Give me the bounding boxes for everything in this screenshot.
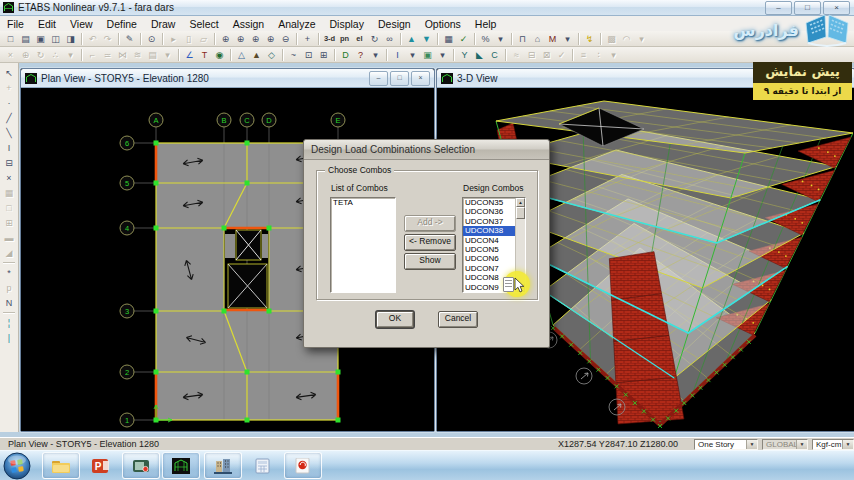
show-output-icon[interactable]: ⊡ [302, 48, 316, 62]
toolbar-icon[interactable] [214, 33, 215, 45]
view-elevation-icon[interactable]: el [353, 32, 367, 46]
color-swatch-icon[interactable]: ▣ [421, 48, 435, 62]
help-whatsthis-icon[interactable]: ? [354, 48, 368, 62]
toolbar-icon[interactable] [81, 49, 82, 61]
quick-draw-beam-icon[interactable]: ⊟ [2, 155, 16, 170]
toolbar-icon[interactable] [178, 49, 179, 61]
frame-step-icon[interactable]: ▯ [182, 32, 196, 46]
list-of-combos-listbox[interactable]: TETA [330, 197, 396, 293]
reshape-object-icon[interactable]: + [2, 80, 16, 95]
draw-joint-icon[interactable]: · [2, 95, 16, 110]
show-axes-icon[interactable]: ◠ [620, 32, 634, 46]
draw-area-icon[interactable]: ▦ [2, 185, 16, 200]
taskbar-explorer-button[interactable] [42, 452, 80, 479]
assign-joint-icon[interactable]: ∠ [183, 48, 197, 62]
mirror-icon[interactable]: ⋈ [116, 48, 130, 62]
minimize-icon[interactable]: – [369, 71, 388, 86]
dropdown-arrow-icon[interactable]: ▾ [64, 48, 78, 62]
ok-button[interactable]: OK [376, 311, 414, 328]
draw-tool-icon[interactable] [3, 312, 15, 313]
wave-icon[interactable]: ≈ [510, 48, 524, 62]
toolbar-icon[interactable] [453, 49, 454, 61]
taskbar-powerpoint-button[interactable]: P [82, 452, 120, 479]
previous-zoom-icon[interactable]: ⊕ [249, 32, 263, 46]
moment-diagram-icon[interactable]: M [546, 32, 560, 46]
toolbar-icon[interactable] [505, 49, 506, 61]
design-menu-icon[interactable]: D [339, 48, 353, 62]
extrude-icon[interactable]: ≋ [131, 48, 145, 62]
story-level-icon[interactable]: | [2, 330, 16, 345]
wall-shape-icon[interactable]: ⌂ [531, 32, 545, 46]
show-grid-icon[interactable]: ▩ [605, 32, 619, 46]
toolbar-icon[interactable] [572, 49, 573, 61]
taskbar-calculator-button[interactable] [244, 452, 282, 479]
concrete-design-icon[interactable]: C [488, 48, 502, 62]
more-icon[interactable]: ∶ [592, 48, 606, 62]
menu-design[interactable]: Design [371, 18, 418, 30]
restore-full-view-icon[interactable]: ⊕ [234, 32, 248, 46]
taskbar-etabs-button[interactable] [162, 452, 200, 479]
toolbar-icon[interactable] [600, 33, 601, 45]
undo-icon[interactable]: ↶ [86, 32, 100, 46]
view-plan-icon[interactable]: pn [338, 32, 352, 46]
move-down-story-icon[interactable]: ▼ [420, 32, 434, 46]
scrollbar-thumb[interactable] [516, 207, 525, 219]
menu-edit[interactable]: Edit [31, 18, 63, 30]
chevron-down-icon[interactable]: ▼ [842, 440, 853, 449]
dropdown-arrow-icon[interactable]: ▾ [369, 48, 383, 62]
check-icon[interactable]: ✓ [555, 48, 569, 62]
rubber-band-zoom-icon[interactable]: ⊕ [219, 32, 233, 46]
draw-brace-icon[interactable]: × [2, 170, 16, 185]
move-up-story-icon[interactable]: ▲ [405, 32, 419, 46]
quick-draw-line-icon[interactable]: ╲ [2, 125, 16, 140]
toolbar-icon[interactable] [318, 33, 319, 45]
steel-section-icon[interactable]: I [391, 48, 405, 62]
combo-item[interactable]: TETA [331, 198, 395, 207]
pointer-select-icon[interactable]: ↖ [2, 65, 16, 80]
assign-frame-icon[interactable]: T [198, 48, 212, 62]
menu-define[interactable]: Define [100, 18, 144, 30]
record-icon[interactable]: ▱ [197, 32, 211, 46]
design-combo-item[interactable]: UDCON36 [463, 207, 516, 216]
copy-icon[interactable]: ⊕ [19, 48, 33, 62]
menu-assign[interactable]: Assign [226, 18, 272, 30]
snap-edges-icon[interactable]: N [2, 295, 16, 310]
show-deformed-icon[interactable]: ~ [287, 48, 301, 62]
assign-shell-icon[interactable]: ◉ [213, 48, 227, 62]
draw-rect-area-icon[interactable]: □ [2, 200, 16, 215]
toolbar-icon[interactable] [162, 33, 163, 45]
toolbar-icon[interactable] [282, 49, 283, 61]
list-icon[interactable]: ≡ [577, 48, 591, 62]
member-assign-icon[interactable]: ◇ [265, 48, 279, 62]
toolbar-icon[interactable] [386, 49, 387, 61]
show-button[interactable]: Show [404, 253, 456, 270]
scroll-up-icon[interactable]: ▲ [516, 198, 525, 207]
open-icon[interactable]: ▤ [19, 32, 33, 46]
chevron-down-icon[interactable]: ▼ [796, 440, 807, 449]
design-combo-item[interactable]: UDCON4 [463, 236, 516, 245]
menu-analyze[interactable]: Analyze [271, 18, 322, 30]
snap-points-icon[interactable]: * [2, 265, 16, 280]
lock-model-icon[interactable]: ⊙ [145, 32, 159, 46]
toolbar-icon[interactable] [578, 33, 579, 45]
toolbar-icon[interactable] [81, 33, 82, 45]
design-combo-item[interactable]: UDCON37 [463, 217, 516, 226]
paste-icon[interactable]: ↻ [34, 48, 48, 62]
toolbar-icon[interactable] [511, 33, 512, 45]
toolbar-icon[interactable] [334, 49, 335, 61]
object-options-icon[interactable]: ▦ [442, 32, 456, 46]
units-select[interactable]: Kgf-cm ▼ [812, 439, 854, 450]
toolbar-icon[interactable] [400, 33, 401, 45]
save-icon[interactable]: ▣ [34, 32, 48, 46]
pencil-edit-icon[interactable]: ✎ [123, 32, 137, 46]
menu-options[interactable]: Options [418, 18, 468, 30]
zoom-in-icon[interactable]: ⊕ [264, 32, 278, 46]
mesh-areas-icon[interactable]: ▤ [146, 48, 160, 62]
toolbar-icon[interactable] [474, 33, 475, 45]
select-check-icon[interactable]: ✓ [457, 32, 471, 46]
draw-wall-icon[interactable]: ▬ [2, 230, 16, 245]
design-combo-item[interactable]: UDCON6 [463, 254, 516, 263]
dropdown-arrow-icon[interactable]: ▾ [607, 48, 621, 62]
maximize-icon[interactable]: □ [390, 71, 409, 86]
redo-icon[interactable]: ↷ [101, 32, 115, 46]
